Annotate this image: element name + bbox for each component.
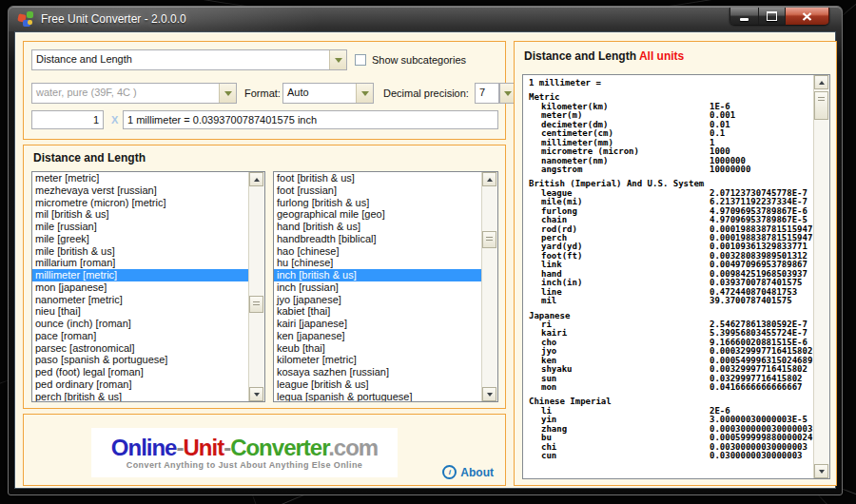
precision-label: Decimal precision: [383,87,469,99]
list-item[interactable]: foot [russian] [274,184,482,197]
logo-part: Unit [183,435,224,460]
list-item[interactable]: ped ordinary [roman] [32,378,249,391]
substance-combobox[interactable]: water, pure (39F, 4C ) [31,83,237,104]
list-item[interactable]: kosaya sazhen [russian] [274,366,482,378]
maximize-button[interactable] [759,8,786,25]
results-title-accent: All units [639,49,684,63]
close-button[interactable] [786,8,829,25]
scroll-down-icon[interactable] [814,464,828,478]
list-item[interactable]: meter [metric] [32,172,249,184]
category-value: Distance and Length [32,50,329,69]
logo-part: .com [328,435,378,460]
list-item[interactable]: jyo [japanese] [274,294,482,306]
list-item[interactable]: mile [greek] [32,233,249,245]
list-item[interactable]: furlong [british & us] [274,197,482,209]
footer-panel: Online-Unit-Converter.com Convert Anythi… [23,414,506,486]
list-item[interactable]: paso [spanish & portuguese] [32,354,249,366]
list-item[interactable]: legua [spanish & portuguese] [274,391,482,401]
list-item[interactable]: league [british & us] [274,378,482,391]
close-icon [802,12,812,21]
list-item[interactable]: hao [chinese] [274,245,482,258]
precision-value: 7 [476,84,498,103]
results-textarea[interactable]: 1 millimeter =Metrickilometer(km)1E-6met… [522,74,830,479]
list-item[interactable]: keub [thai] [274,342,482,355]
scroll-up-icon[interactable] [814,75,828,89]
online-unit-converter-logo[interactable]: Online-Unit-Converter.com Convert Anythi… [91,428,398,477]
list-item[interactable]: kairi [japanese] [274,318,482,330]
list-item[interactable]: ken [japanese] [274,330,482,342]
window-title: Free Unit Converter - 2.0.0.0 [41,12,186,26]
list-item[interactable]: mezhevaya verst [russian] [32,184,249,197]
results-header: Distance and Length All units [524,49,684,63]
result-line: angstrom10000000 [529,165,814,174]
list-item[interactable]: kilometer [metric] [274,354,482,366]
precision-combobox[interactable]: 7 [475,83,499,104]
scroll-down-icon[interactable] [482,387,496,401]
list-item[interactable]: inch [russian] [274,281,482,294]
substance-value: water, pure (39F, 4C ) [32,84,219,103]
about-link[interactable]: i About [442,465,494,479]
controls-panel: Distance and Length Show subcategories w… [23,41,506,140]
scrollbar-thumb[interactable] [482,231,496,248]
category-combobox[interactable]: Distance and Length [31,49,347,70]
about-label: About [460,466,494,479]
list-item[interactable]: millarium [roman] [32,257,249,269]
result-line: cun0.0300000030000003 [529,452,814,460]
scroll-up-icon[interactable] [482,172,496,186]
list-item[interactable]: nieu [thai] [32,305,249,318]
list-item[interactable]: micrometre (micron) [metric] [32,197,249,209]
unit-group-panel: Distance and Length meter [metric]mezhev… [23,145,506,409]
scrollbar-thumb[interactable] [814,91,828,120]
list-item[interactable]: ounce (inch) [roman] [32,318,249,330]
logo-tagline: Convert Anything to Just About Anything … [126,460,362,470]
results-scrollbar[interactable] [813,75,829,478]
show-subcategories-label: Show subcategories [372,54,466,66]
conversion-result-input[interactable]: 1 millimeter = 0.0393700787401575 inch [123,110,498,129]
list-item[interactable]: mile [russian] [32,221,249,233]
list-item[interactable]: mil [british & us] [32,208,249,221]
minimize-button[interactable] [730,8,759,25]
result-line: mon0.0416666666666667 [529,383,814,392]
list-item[interactable]: hu [chinese] [274,257,482,269]
chevron-down-icon[interactable] [356,84,373,103]
to-list-scrollbar[interactable] [481,172,497,401]
from-list-scrollbar[interactable] [248,172,264,401]
minimize-icon [740,18,749,21]
scrollbar-thumb[interactable] [249,296,263,313]
list-item[interactable]: parsec [astronomical] [32,342,249,355]
list-item[interactable]: millimeter [metric] [32,269,249,281]
format-label: Format: [244,87,281,99]
list-item[interactable]: mon [japanese] [32,281,249,294]
results-lines: 1 millimeter =Metrickilometer(km)1E-6met… [523,75,814,478]
list-item[interactable]: handbreadth [biblical] [274,233,482,245]
list-item[interactable]: perch [british & us] [32,391,249,401]
amount-input[interactable]: 1 [31,110,104,129]
scroll-up-icon[interactable] [249,172,263,186]
logo-part: Converter [230,435,328,460]
from-unit-listbox[interactable]: meter [metric]mezhevaya verst [russian]m… [31,171,265,402]
desktop: { "window": { "title": "Free Unit Conver… [0,0,856,504]
chevron-down-icon[interactable] [329,50,346,69]
list-item[interactable]: hand [british & us] [274,221,482,233]
logo-text: Online-Unit-Converter.com [111,436,378,459]
list-item[interactable]: kabiet [thai] [274,305,482,318]
list-item[interactable]: geographical mile [geo] [274,208,482,221]
result-line: Chinese Imperial [529,397,814,406]
chevron-down-icon[interactable] [219,84,236,103]
list-item[interactable]: inch [british & us] [274,269,482,281]
show-subcategories-checkbox[interactable] [355,54,366,66]
title-bar[interactable]: Free Unit Converter - 2.0.0.0 [9,7,842,31]
list-item[interactable]: nanometer [metric] [32,294,249,306]
to-unit-listbox[interactable]: foot [british & us]foot [russian]furlong… [273,171,498,402]
scroll-down-icon[interactable] [249,387,263,401]
unit-group-title: Distance and Length [33,151,146,165]
list-item[interactable]: ped (foot) legal [roman] [32,366,249,378]
list-item[interactable]: mile [british & us] [32,245,249,258]
info-icon: i [442,465,457,479]
format-combobox[interactable]: Auto [282,83,374,104]
list-item[interactable]: pace [roman] [32,330,249,342]
results-title: Distance and Length [524,49,636,63]
window-controls [730,8,829,25]
to-unit-items: foot [british & us]foot [russian]furlong… [274,172,482,401]
list-item[interactable]: foot [british & us] [274,172,482,184]
